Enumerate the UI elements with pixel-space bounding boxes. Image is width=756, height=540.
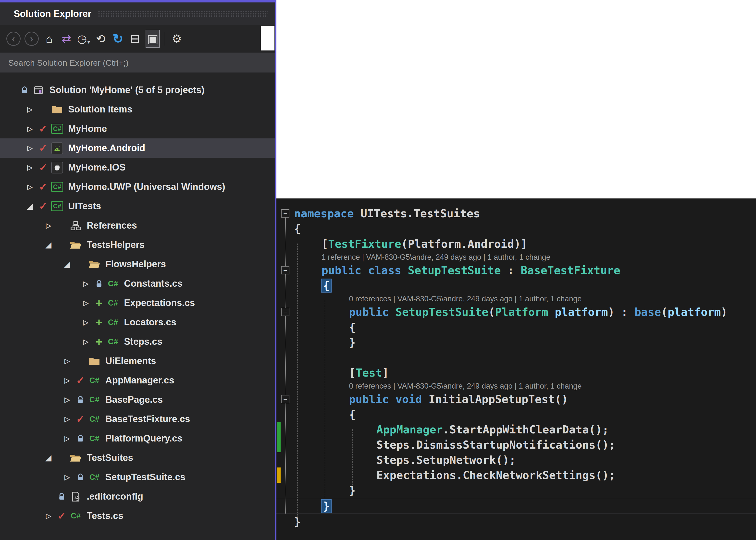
tree-item-basepage-cs[interactable]: ▷C#BasePage.cs: [0, 390, 275, 409]
code-line[interactable]: −public void InitialAppSetupTest(): [276, 391, 756, 407]
code-line[interactable]: Expectations.CheckNetworkSettings();: [276, 468, 756, 483]
token-ty: TestFixture: [328, 237, 401, 250]
code-line[interactable]: }: [276, 498, 756, 514]
chevron-collapsed-icon[interactable]: ▷: [23, 125, 37, 133]
codelens-line[interactable]: 0 references | VAM-830-G5\andre, 249 day…: [276, 293, 756, 304]
tree-item-references[interactable]: ▷References: [0, 216, 275, 235]
chevron-collapsed-icon[interactable]: ▷: [60, 376, 74, 384]
code-line[interactable]: }: [276, 514, 756, 529]
chevron-collapsed-icon[interactable]: ▷: [60, 434, 74, 443]
tree-item-appmanager-cs[interactable]: ▷✓C#AppManager.cs: [0, 371, 275, 390]
code-line[interactable]: [Test]: [276, 365, 756, 380]
collapse-minus-icon[interactable]: −: [281, 266, 289, 274]
code-text: }: [294, 337, 356, 348]
code-text: {: [294, 280, 331, 291]
chevron-collapsed-icon[interactable]: ▷: [60, 473, 74, 481]
codelens-text[interactable]: 0 references | VAM-830-G5\andre, 249 day…: [294, 295, 582, 303]
chevron-collapsed-icon[interactable]: ▷: [60, 396, 74, 404]
tree-item-myhome-ios[interactable]: ▷✓MyHome.iOS: [0, 158, 275, 177]
chevron-collapsed-icon[interactable]: ▷: [79, 318, 93, 326]
tree-item-editorconfig[interactable]: .editorconfig: [0, 487, 275, 506]
collapse-minus-icon[interactable]: −: [281, 395, 289, 403]
code-line[interactable]: AppManager.StartAppWithClearData();: [276, 422, 756, 437]
codelens-line[interactable]: 1 reference | VAM-830-G5\andre, 249 days…: [276, 251, 756, 263]
navigate-back-icon[interactable]: ‹: [6, 32, 21, 46]
properties-icon[interactable]: ⚙: [170, 30, 183, 47]
pending-changes-filter-icon[interactable]: ◷▾: [77, 30, 90, 47]
chevron-expanded-icon[interactable]: ◢: [42, 454, 56, 462]
tree-item-constants-cs[interactable]: ▷C#Constants.cs: [0, 274, 275, 293]
code-line[interactable]: −namespace UITests.TestSuites: [276, 206, 756, 221]
home-icon[interactable]: ⌂: [43, 30, 56, 47]
collapse-minus-icon[interactable]: −: [281, 209, 289, 217]
code-line[interactable]: −public SetupTestSuite(Platform platform…: [276, 304, 756, 320]
tree-item-expectations-cs[interactable]: ▷+C#Expectations.cs: [0, 293, 275, 313]
codelens-text[interactable]: 0 references | VAM-830-G5\andre, 249 day…: [294, 382, 582, 390]
chevron-collapsed-icon[interactable]: ▷: [23, 163, 37, 172]
tree-item-uielements[interactable]: ▷UiElements: [0, 351, 275, 371]
collapse-minus-icon[interactable]: −: [281, 308, 289, 316]
chevron-collapsed-icon[interactable]: ▷: [42, 512, 56, 520]
tree-item-tests-cs[interactable]: ▷✓C#Tests.cs: [0, 506, 275, 526]
sync-with-active-document-icon[interactable]: ⇄: [60, 30, 73, 47]
chevron-collapsed-icon[interactable]: ▷: [79, 280, 93, 288]
titlebar-grip-texture[interactable]: [98, 11, 268, 17]
tree-item-testsuites[interactable]: ◢TestSuites: [0, 448, 275, 468]
chevron-collapsed-icon[interactable]: ▷: [79, 338, 93, 346]
code-line[interactable]: {: [276, 221, 756, 236]
chevron-expanded-icon[interactable]: ◢: [42, 241, 56, 249]
codelens-line[interactable]: 0 references | VAM-830-G5\andre, 249 day…: [276, 380, 756, 391]
status-slot: ✓: [74, 413, 87, 425]
code-line[interactable]: Steps.SetupNetwork();: [276, 452, 756, 468]
code-line[interactable]: {: [276, 278, 756, 293]
code-line[interactable]: Steps.DismissStartupNotifications();: [276, 437, 756, 452]
chevron-collapsed-icon[interactable]: ▷: [23, 144, 37, 152]
tree-item-basetestfixture-cs[interactable]: ▷✓C#BaseTestFixture.cs: [0, 409, 275, 429]
outline-collapse-box[interactable]: −: [276, 308, 294, 316]
tree-item-steps-cs[interactable]: ▷+C#Steps.cs: [0, 332, 275, 351]
tree-item-solution-myhome-5-of-5-projects[interactable]: Solution 'MyHome' (5 of 5 projects): [0, 80, 275, 100]
code-line[interactable]: }: [276, 335, 756, 350]
tree-item-myhome-android[interactable]: ▷✓MyHome.Android: [0, 138, 275, 158]
tree-item-locators-cs[interactable]: ▷+C#Locators.cs: [0, 313, 275, 332]
show-all-files-icon[interactable]: ▣: [146, 30, 160, 48]
code-line[interactable]: {: [276, 320, 756, 335]
code-line[interactable]: {: [276, 407, 756, 422]
tree-item-label: .editorconfig: [87, 491, 143, 502]
code-line[interactable]: }: [276, 483, 756, 498]
chevron-collapsed-icon[interactable]: ▷: [79, 299, 93, 307]
code-editor[interactable]: −namespace UITests.TestSuites{[TestFixtu…: [276, 199, 756, 540]
chevron-expanded-icon[interactable]: ◢: [60, 260, 74, 269]
navigate-forward-icon[interactable]: ›: [25, 32, 39, 46]
lock-icon: [21, 86, 28, 94]
chevron-collapsed-icon[interactable]: ▷: [60, 415, 74, 423]
chevron-expanded-icon[interactable]: ◢: [23, 202, 37, 210]
token-pl: .StartAppWithClearData();: [443, 423, 609, 436]
code-line[interactable]: [276, 350, 756, 365]
codelens-text[interactable]: 1 reference | VAM-830-G5\andre, 249 days…: [294, 253, 550, 261]
tree-item-flowshelpers[interactable]: ◢FlowsHelpers: [0, 255, 275, 274]
csharp-file-icon: C#: [89, 434, 99, 443]
chevron-collapsed-icon[interactable]: ▷: [42, 221, 56, 229]
search-box[interactable]: Search Solution Explorer (Ctrl+;): [0, 53, 275, 73]
tree-item-platformquery-cs[interactable]: ▷C#PlatformQuery.cs: [0, 429, 275, 448]
outline-collapse-box[interactable]: −: [276, 209, 294, 217]
code-line[interactable]: [TestFixture(Platform.Android)]: [276, 236, 756, 251]
refresh-icon[interactable]: ⟲: [94, 30, 107, 47]
folder-icon: [89, 356, 100, 366]
chevron-collapsed-icon[interactable]: ▷: [23, 105, 37, 113]
sync-icon[interactable]: ↻: [111, 30, 124, 47]
tree-item-setuptestsuite-cs[interactable]: ▷C#SetupTestSuite.cs: [0, 468, 275, 487]
tree-item-solution-items[interactable]: ▷Solution Items: [0, 100, 275, 119]
chevron-collapsed-icon[interactable]: ▷: [60, 357, 74, 365]
outline-collapse-box[interactable]: −: [276, 395, 294, 403]
collapse-all-icon[interactable]: ⊟: [128, 30, 142, 47]
chevron-collapsed-icon[interactable]: ▷: [23, 183, 37, 191]
tree-item-testshelpers[interactable]: ◢TestsHelpers: [0, 235, 275, 255]
code-line[interactable]: −public class SetupTestSuite : BaseTestF…: [276, 263, 756, 278]
tree-item-uitests[interactable]: ◢✓C#UITests: [0, 197, 275, 216]
tree-item-myhome-uwp-universal-windows[interactable]: ▷✓C#MyHome.UWP (Universal Windows): [0, 177, 275, 197]
csharp-file-icon: C#: [108, 298, 118, 308]
outline-collapse-box[interactable]: −: [276, 266, 294, 274]
tree-item-myhome[interactable]: ▷✓C#MyHome: [0, 119, 275, 138]
